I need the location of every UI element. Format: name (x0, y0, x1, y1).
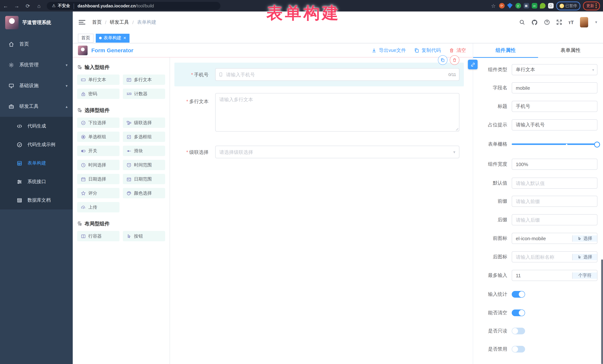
extensions-puzzle-icon[interactable]: ⬡ (548, 3, 554, 9)
browser-menu-icon[interactable] (596, 3, 597, 8)
readonly-toggle[interactable] (512, 328, 525, 334)
breadcrumb-home[interactable]: 首页 (92, 19, 102, 26)
palette-icon (127, 191, 131, 196)
form-grid-slider[interactable] (512, 139, 597, 150)
tab-form-props[interactable]: 表单属性 (538, 43, 603, 57)
component-chip-counter[interactable]: 123 计数器 (123, 88, 165, 99)
component-chip-password[interactable]: 密码 (77, 88, 119, 99)
sidebar-item-api[interactable]: 系统接口 (0, 172, 73, 191)
textarea-field[interactable] (215, 93, 459, 132)
placeholder-input[interactable] (512, 119, 597, 131)
clear-button[interactable]: 清空 (449, 47, 466, 54)
suffix-icon-input[interactable]: 选择 (512, 251, 597, 263)
component-chip-time-range[interactable]: 时间范围 (123, 160, 165, 170)
sidebar-item-codegen-demo[interactable]: 代码生成示例 (0, 135, 73, 154)
component-chip-single-text[interactable]: 单行文本 (77, 75, 119, 85)
slider-handle[interactable] (594, 142, 600, 147)
browser-back-icon[interactable]: ← (0, 3, 11, 9)
download-icon (371, 48, 377, 53)
phone-input-field[interactable] (225, 71, 448, 78)
component-type-select[interactable]: ▾ (512, 64, 597, 75)
extension-icon-5[interactable]: on (532, 3, 537, 9)
user-avatar[interactable] (580, 17, 588, 27)
suffix-input[interactable] (512, 214, 597, 225)
tag-home[interactable]: 首页 (78, 33, 93, 43)
sidebar-item-form-builder[interactable]: 表单构建 (0, 154, 73, 172)
extension-icon-4[interactable]: ▦ (523, 3, 529, 9)
width-input[interactable] (512, 159, 597, 170)
textarea-input[interactable] (216, 93, 459, 131)
component-chip-date-range[interactable]: 日期范围 (123, 174, 165, 184)
component-chip-radio[interactable]: 单选框组 (77, 132, 119, 142)
sidebar-item-devtools[interactable]: 研发工具 ▴ (0, 96, 73, 117)
sidebar-item-infra[interactable]: 基础设施 ▾ (0, 75, 73, 96)
address-bar[interactable]: ⚠ 不安全 | dashboard.yudao.iocoder.cn /tool… (47, 2, 220, 10)
component-chip-rate[interactable]: 评分 (77, 188, 119, 198)
disabled-toggle[interactable] (512, 346, 525, 353)
prefix-icon-select-button[interactable]: 选择 (572, 235, 597, 242)
help-icon[interactable] (544, 19, 550, 25)
fullscreen-icon[interactable] (556, 19, 562, 25)
app-logo[interactable]: 芋道管理系统 (0, 11, 73, 34)
close-icon[interactable]: ✕ (123, 36, 126, 40)
max-input-field[interactable]: 个字符 (512, 270, 597, 281)
duplicate-field-button[interactable] (438, 55, 448, 65)
extension-icon-3[interactable]: y (515, 3, 521, 9)
component-chip-textarea[interactable]: 多行文本 (123, 75, 165, 85)
group-title-select: 选择型组件 (77, 107, 165, 114)
columns-icon (81, 234, 86, 239)
cascader-icon (127, 120, 131, 125)
browser-home-icon[interactable]: ⌂ (33, 3, 45, 9)
title-input[interactable] (512, 101, 597, 112)
prefix-input[interactable] (512, 196, 597, 207)
component-chip-select[interactable]: 下拉选择 (77, 118, 119, 128)
field-name-input[interactable] (512, 82, 597, 93)
component-chip-cascader[interactable]: 级联选择 (123, 118, 165, 128)
select-icon (81, 120, 86, 125)
user-caret-icon[interactable]: ▼ (594, 20, 598, 24)
tab-component-props[interactable]: 组件属性 (473, 43, 538, 57)
table-icon (16, 197, 22, 203)
search-icon[interactable] (519, 19, 525, 25)
component-chip-switch[interactable]: 开关 (77, 146, 119, 156)
component-chip-upload[interactable]: 上传 (77, 202, 119, 212)
sidebar-item-system[interactable]: 系统管理 ▾ (0, 55, 73, 75)
bookmark-star-icon[interactable]: ☆ (490, 3, 496, 9)
copy-code-button[interactable]: 复制代码 (414, 47, 441, 54)
breadcrumb-devtools[interactable]: 研发工具 (110, 19, 129, 26)
chevron-down-icon: ▾ (453, 150, 459, 154)
phone-input[interactable]: 0/11 (215, 68, 459, 81)
clearable-toggle[interactable] (512, 309, 525, 316)
export-vue-button[interactable]: 导出vue文件 (371, 47, 406, 54)
component-chip-color[interactable]: 颜色选择 (123, 188, 165, 198)
sidebar-item-codegen[interactable]: 代码生成 (0, 117, 73, 135)
component-chip-date[interactable]: 日期选择 (77, 174, 119, 184)
prefix-icon-input[interactable]: 选择 (512, 233, 597, 244)
profile-paused-badge[interactable]: 已暂停 (556, 1, 580, 10)
suffix-icon-select-button[interactable]: 选择 (572, 254, 597, 260)
browser-reload-icon[interactable]: ⟳ (22, 3, 33, 9)
scrollbar-thumb[interactable] (601, 259, 603, 364)
tag-form-builder[interactable]: 表单构建 ✕ (96, 33, 130, 43)
sidebar-item-db-doc[interactable]: 数据库文档 (0, 191, 73, 210)
cascader-input[interactable] (216, 149, 453, 155)
cascader-field[interactable]: ▾ (215, 146, 459, 158)
component-chip-row-container[interactable]: 行容器 (77, 231, 119, 241)
delete-field-button[interactable] (450, 55, 459, 65)
hamburger-icon[interactable] (79, 20, 85, 24)
component-chip-checkbox[interactable]: 多选框组 (123, 132, 165, 142)
extension-icon-1[interactable]: ⟳ (499, 3, 504, 9)
font-size-icon[interactable]: ᴛT (568, 20, 574, 25)
browser-update-button[interactable]: 更新 (583, 1, 600, 10)
sidebar-item-home[interactable]: 首页 (0, 34, 73, 55)
github-icon[interactable] (531, 19, 538, 25)
browser-forward-icon[interactable]: → (11, 3, 22, 9)
component-chip-button[interactable]: 按钮 (123, 231, 165, 241)
component-chip-slider[interactable]: 滑块 (123, 146, 165, 156)
component-chip-time[interactable]: 时间选择 (77, 160, 119, 170)
extension-icon-6[interactable] (540, 3, 545, 9)
default-value-input[interactable] (512, 177, 597, 189)
security-label: 不安全 (58, 3, 70, 9)
input-stats-toggle[interactable] (512, 291, 525, 298)
extension-icon-2[interactable] (507, 3, 513, 9)
